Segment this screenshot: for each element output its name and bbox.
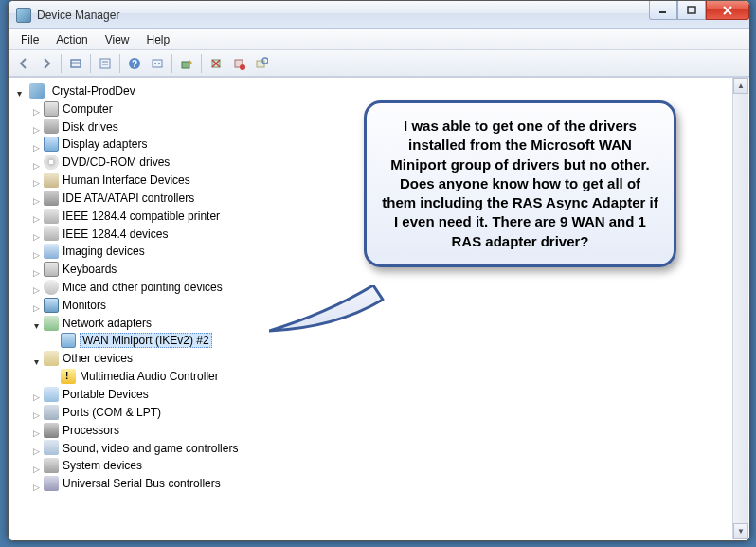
tree-item-processors[interactable]: Processors [31, 421, 749, 439]
imaging-icon [44, 244, 59, 259]
tree-item-portable-devices[interactable]: Portable Devices [31, 385, 749, 403]
root-label[interactable]: Crystal-ProdDev [52, 84, 135, 98]
expander-icon[interactable] [31, 282, 42, 292]
back-button[interactable] [12, 53, 35, 74]
cpu-icon [44, 423, 59, 438]
properties-button[interactable] [94, 53, 117, 74]
expander-icon[interactable] [31, 228, 42, 239]
keyboard-icon [44, 262, 59, 277]
tree-item-usb[interactable]: Universal Serial Bus controllers [31, 474, 749, 492]
port-icon [44, 405, 59, 420]
window-title: Device Manager [37, 9, 119, 22]
svg-rect-14 [182, 62, 189, 68]
usb-icon [44, 476, 59, 491]
warning-icon [61, 369, 76, 384]
system-icon [44, 458, 59, 473]
expander-icon[interactable] [31, 264, 42, 275]
other-icon [44, 351, 59, 366]
printer-icon [44, 209, 59, 224]
vertical-scrollbar[interactable]: ▲ ▼ [732, 78, 748, 539]
maximize-button[interactable] [677, 1, 706, 20]
disk-icon [44, 119, 59, 134]
menu-action[interactable]: Action [47, 31, 96, 48]
expander-icon[interactable] [31, 103, 42, 114]
tree-item-system-devices[interactable]: System devices [31, 456, 749, 474]
forward-button[interactable] [35, 53, 58, 74]
annotation-callout: I was able to get one of the drivers ins… [364, 100, 676, 267]
computer-root-icon [29, 83, 45, 99]
tree-item-sound[interactable]: Sound, video and game controllers [31, 439, 749, 457]
show-hidden-button[interactable] [64, 53, 87, 74]
expander-icon[interactable] [31, 210, 42, 221]
update-driver-button[interactable] [175, 53, 198, 74]
expander-icon[interactable] [31, 174, 42, 185]
expander-icon[interactable] [31, 425, 42, 435]
menu-file[interactable]: File [12, 31, 47, 48]
expander-icon[interactable] [31, 354, 42, 364]
display-icon [44, 137, 59, 152]
hid-icon [44, 173, 59, 188]
expander-icon[interactable] [31, 318, 42, 328]
close-button[interactable] [706, 1, 749, 20]
minimize-button[interactable] [649, 1, 677, 20]
titlebar[interactable]: Device Manager [9, 1, 749, 29]
tree-item-ports[interactable]: Ports (COM & LPT) [31, 403, 749, 421]
adapter-icon [61, 333, 76, 348]
dvd-icon [44, 155, 59, 170]
menu-help[interactable]: Help [138, 31, 179, 48]
expander-icon[interactable] [31, 479, 42, 489]
expander-icon[interactable] [31, 461, 42, 471]
svg-rect-6 [100, 59, 110, 68]
monitor-icon [44, 298, 59, 313]
help-button[interactable]: ? [123, 53, 146, 74]
selected-node[interactable]: WAN Miniport (IKEv2) #2 [80, 333, 212, 348]
expander-icon[interactable] [31, 121, 42, 132]
svg-rect-11 [153, 60, 162, 67]
device-manager-window: Device Manager File Action View Help ? [8, 0, 750, 541]
expander-icon[interactable] [31, 407, 42, 417]
uninstall-button[interactable] [205, 53, 227, 74]
svg-point-13 [158, 63, 160, 64]
scan-button[interactable] [250, 53, 273, 74]
expander-icon[interactable] [31, 300, 42, 310]
callout-text: I was able to get one of the drivers ins… [382, 118, 657, 249]
view-button[interactable] [146, 53, 169, 74]
disable-button[interactable] [227, 53, 250, 74]
expander-icon[interactable] [31, 192, 42, 203]
network-icon [44, 316, 59, 331]
expander-icon[interactable] [31, 443, 42, 453]
scroll-down-button[interactable]: ▼ [733, 523, 748, 539]
toolbar: ? [9, 50, 749, 77]
computer-icon [44, 101, 59, 117]
ide-icon [44, 191, 59, 206]
menu-view[interactable]: View [97, 31, 138, 48]
menubar: File Action View Help [9, 29, 749, 50]
svg-rect-1 [688, 7, 695, 13]
svg-text:?: ? [132, 59, 137, 69]
svg-point-12 [154, 63, 156, 64]
expander-icon[interactable] [31, 246, 42, 257]
expander-icon[interactable] [31, 139, 42, 150]
portable-icon [44, 387, 59, 402]
ieee-icon [44, 226, 59, 241]
sound-icon [44, 440, 59, 455]
svg-point-19 [240, 64, 245, 70]
app-icon [16, 8, 31, 23]
tree-item-multimedia-audio[interactable]: Multimedia Audio Controller [48, 367, 749, 385]
expander-icon[interactable] [31, 157, 42, 168]
svg-rect-4 [71, 60, 81, 67]
expander-icon[interactable] [31, 389, 42, 399]
mouse-icon [44, 280, 59, 295]
expander-icon[interactable] [14, 85, 25, 96]
scroll-up-button[interactable]: ▲ [733, 78, 748, 94]
